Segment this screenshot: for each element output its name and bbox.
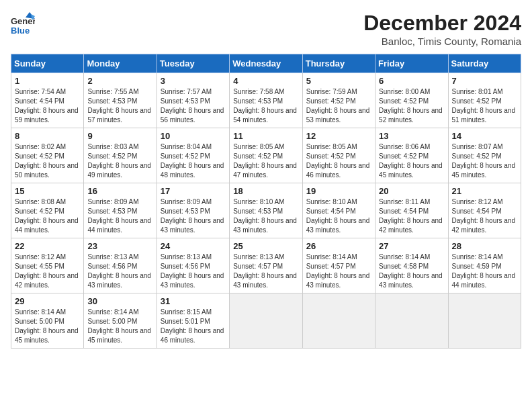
day-number: 19 <box>306 186 371 196</box>
calendar-cell: 30 Sunrise: 8:14 AMSunset: 5:00 PMDaylig… <box>84 293 157 349</box>
calendar-cell: 19 Sunrise: 8:10 AMSunset: 4:54 PMDaylig… <box>302 183 375 238</box>
calendar-cell: 3 Sunrise: 7:57 AMSunset: 4:53 PMDayligh… <box>157 73 229 128</box>
day-info: Sunrise: 8:02 AMSunset: 4:52 PMDaylight:… <box>15 142 80 180</box>
calendar-cell <box>302 293 375 349</box>
calendar-cell: 20 Sunrise: 8:11 AMSunset: 4:54 PMDaylig… <box>375 183 448 238</box>
day-number: 30 <box>87 296 152 306</box>
calendar-cell: 18 Sunrise: 8:10 AMSunset: 4:53 PMDaylig… <box>230 183 302 238</box>
weekday-header-cell: Wednesday <box>230 54 302 73</box>
calendar-cell: 26 Sunrise: 8:14 AMSunset: 4:57 PMDaylig… <box>302 238 375 293</box>
calendar-body: 1 Sunrise: 7:54 AMSunset: 4:54 PMDayligh… <box>11 73 521 349</box>
day-number: 17 <box>161 186 226 196</box>
day-info: Sunrise: 8:09 AMSunset: 4:53 PMDaylight:… <box>161 197 226 235</box>
calendar-cell: 29 Sunrise: 8:14 AMSunset: 5:00 PMDaylig… <box>11 293 84 349</box>
day-number: 3 <box>161 76 226 86</box>
calendar-cell: 23 Sunrise: 8:13 AMSunset: 4:56 PMDaylig… <box>84 238 157 293</box>
day-number: 12 <box>306 131 371 141</box>
calendar-cell: 1 Sunrise: 7:54 AMSunset: 4:54 PMDayligh… <box>11 73 84 128</box>
day-info: Sunrise: 8:00 AMSunset: 4:52 PMDaylight:… <box>379 87 444 125</box>
week-row: 15 Sunrise: 8:08 AMSunset: 4:52 PMDaylig… <box>11 183 521 238</box>
calendar-cell: 17 Sunrise: 8:09 AMSunset: 4:53 PMDaylig… <box>157 183 229 238</box>
day-info: Sunrise: 8:15 AMSunset: 5:01 PMDaylight:… <box>161 308 226 345</box>
day-info: Sunrise: 8:09 AMSunset: 4:53 PMDaylight:… <box>87 197 152 235</box>
day-number: 26 <box>306 241 371 251</box>
weekday-header-cell: Thursday <box>302 54 375 73</box>
day-info: Sunrise: 8:14 AMSunset: 5:00 PMDaylight:… <box>15 308 80 345</box>
calendar-cell: 24 Sunrise: 8:13 AMSunset: 4:56 PMDaylig… <box>157 238 229 293</box>
calendar-cell: 5 Sunrise: 7:59 AMSunset: 4:52 PMDayligh… <box>302 73 375 128</box>
day-info: Sunrise: 8:08 AMSunset: 4:52 PMDaylight:… <box>15 197 80 235</box>
day-info: Sunrise: 8:05 AMSunset: 4:52 PMDaylight:… <box>306 142 371 180</box>
day-info: Sunrise: 7:57 AMSunset: 4:53 PMDaylight:… <box>161 87 226 125</box>
day-info: Sunrise: 8:03 AMSunset: 4:52 PMDaylight:… <box>87 142 152 180</box>
weekday-header-cell: Saturday <box>448 54 521 73</box>
logo-icon: General Blue <box>11 11 35 39</box>
calendar-cell: 31 Sunrise: 8:15 AMSunset: 5:01 PMDaylig… <box>157 293 229 349</box>
day-info: Sunrise: 7:55 AMSunset: 4:53 PMDaylight:… <box>87 87 152 125</box>
calendar-cell: 8 Sunrise: 8:02 AMSunset: 4:52 PMDayligh… <box>11 128 84 183</box>
weekday-header-cell: Tuesday <box>157 54 229 73</box>
day-info: Sunrise: 8:04 AMSunset: 4:52 PMDaylight:… <box>161 142 226 180</box>
day-info: Sunrise: 8:13 AMSunset: 4:56 PMDaylight:… <box>87 253 152 290</box>
day-number: 27 <box>379 241 444 251</box>
logo: General Blue <box>11 11 35 39</box>
day-number: 10 <box>161 131 226 141</box>
day-info: Sunrise: 8:01 AMSunset: 4:52 PMDaylight:… <box>452 87 517 125</box>
day-info: Sunrise: 8:10 AMSunset: 4:54 PMDaylight:… <box>306 197 371 235</box>
calendar-cell: 13 Sunrise: 8:06 AMSunset: 4:52 PMDaylig… <box>375 128 448 183</box>
calendar-cell <box>375 293 448 349</box>
calendar-cell: 28 Sunrise: 8:14 AMSunset: 4:59 PMDaylig… <box>448 238 521 293</box>
week-row: 1 Sunrise: 7:54 AMSunset: 4:54 PMDayligh… <box>11 73 521 128</box>
calendar-cell: 21 Sunrise: 8:12 AMSunset: 4:54 PMDaylig… <box>448 183 521 238</box>
calendar-cell: 7 Sunrise: 8:01 AMSunset: 4:52 PMDayligh… <box>448 73 521 128</box>
weekday-header-row: SundayMondayTuesdayWednesdayThursdayFrid… <box>11 54 521 73</box>
day-number: 20 <box>379 186 444 196</box>
day-info: Sunrise: 8:14 AMSunset: 4:58 PMDaylight:… <box>379 253 444 290</box>
title-block: December 2024 Banloc, Timis County, Roma… <box>363 11 521 47</box>
day-info: Sunrise: 7:54 AMSunset: 4:54 PMDaylight:… <box>15 87 80 125</box>
day-info: Sunrise: 8:13 AMSunset: 4:56 PMDaylight:… <box>161 253 226 290</box>
calendar-cell <box>230 293 302 349</box>
calendar-cell: 4 Sunrise: 7:58 AMSunset: 4:53 PMDayligh… <box>230 73 302 128</box>
day-number: 21 <box>452 186 517 196</box>
day-number: 18 <box>233 186 298 196</box>
day-number: 7 <box>452 76 517 86</box>
calendar-cell: 27 Sunrise: 8:14 AMSunset: 4:58 PMDaylig… <box>375 238 448 293</box>
weekday-header-cell: Sunday <box>11 54 84 73</box>
week-row: 29 Sunrise: 8:14 AMSunset: 5:00 PMDaylig… <box>11 293 521 349</box>
day-number: 28 <box>452 241 517 251</box>
day-number: 9 <box>87 131 152 141</box>
day-info: Sunrise: 8:05 AMSunset: 4:52 PMDaylight:… <box>233 142 298 180</box>
calendar-cell: 15 Sunrise: 8:08 AMSunset: 4:52 PMDaylig… <box>11 183 84 238</box>
day-info: Sunrise: 8:13 AMSunset: 4:57 PMDaylight:… <box>233 253 298 290</box>
day-info: Sunrise: 8:11 AMSunset: 4:54 PMDaylight:… <box>379 197 444 235</box>
calendar-cell: 6 Sunrise: 8:00 AMSunset: 4:52 PMDayligh… <box>375 73 448 128</box>
calendar-title: December 2024 <box>363 11 521 36</box>
day-number: 16 <box>87 186 152 196</box>
page-header: General Blue December 2024 Banloc, Timis… <box>11 11 521 47</box>
day-number: 2 <box>87 76 152 86</box>
day-info: Sunrise: 8:06 AMSunset: 4:52 PMDaylight:… <box>379 142 444 180</box>
day-number: 29 <box>15 296 80 306</box>
day-info: Sunrise: 8:07 AMSunset: 4:52 PMDaylight:… <box>452 142 517 180</box>
day-number: 24 <box>161 241 226 251</box>
calendar-cell: 11 Sunrise: 8:05 AMSunset: 4:52 PMDaylig… <box>230 128 302 183</box>
day-number: 31 <box>161 296 226 306</box>
day-number: 13 <box>379 131 444 141</box>
calendar-cell: 10 Sunrise: 8:04 AMSunset: 4:52 PMDaylig… <box>157 128 229 183</box>
day-number: 1 <box>15 76 80 86</box>
calendar-subtitle: Banloc, Timis County, Romania <box>363 36 521 47</box>
calendar-cell: 25 Sunrise: 8:13 AMSunset: 4:57 PMDaylig… <box>230 238 302 293</box>
day-number: 14 <box>452 131 517 141</box>
calendar-cell: 2 Sunrise: 7:55 AMSunset: 4:53 PMDayligh… <box>84 73 157 128</box>
day-info: Sunrise: 8:14 AMSunset: 5:00 PMDaylight:… <box>87 308 152 345</box>
day-number: 23 <box>87 241 152 251</box>
weekday-header-cell: Friday <box>375 54 448 73</box>
day-info: Sunrise: 8:10 AMSunset: 4:53 PMDaylight:… <box>233 197 298 235</box>
day-info: Sunrise: 8:14 AMSunset: 4:59 PMDaylight:… <box>452 253 517 290</box>
day-number: 22 <box>15 241 80 251</box>
day-info: Sunrise: 8:12 AMSunset: 4:54 PMDaylight:… <box>452 197 517 235</box>
calendar-cell: 9 Sunrise: 8:03 AMSunset: 4:52 PMDayligh… <box>84 128 157 183</box>
day-number: 8 <box>15 131 80 141</box>
day-info: Sunrise: 8:12 AMSunset: 4:55 PMDaylight:… <box>15 253 80 290</box>
